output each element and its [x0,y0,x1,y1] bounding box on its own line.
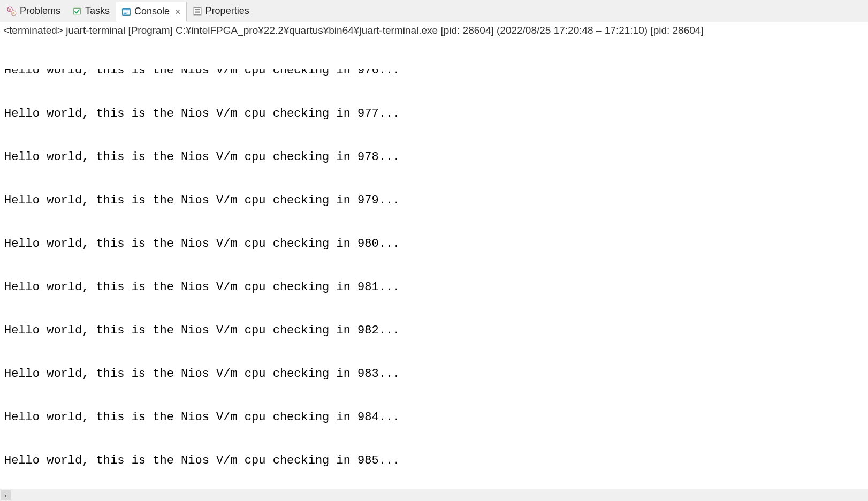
console-line: Hello world, this is the Nios V/m cpu ch… [4,323,864,338]
tab-problems[interactable]: Problems [1,1,66,21]
console-line-partial: Hello world, this is the Nios V/m cpu ch… [4,69,864,78]
scroll-left-arrow-icon[interactable]: ‹ [1,490,11,500]
svg-rect-9 [195,10,200,11]
tab-console-label: Console [134,6,170,17]
console-line: Hello world, this is the Nios V/m cpu ch… [4,150,864,164]
view-tab-bar: Problems Tasks Console × Properties [0,0,868,22]
console-icon [121,7,131,17]
problems-icon [7,6,17,16]
console-line: Hello world, this is the Nios V/m cpu ch… [4,453,864,468]
tab-tasks-label: Tasks [85,5,110,17]
console-status-line: <terminated> juart-terminal [Program] C:… [0,22,868,39]
horizontal-scrollbar[interactable]: ‹ [0,489,868,501]
console-line: Hello world, this is the Nios V/m cpu ch… [4,193,864,208]
console-output[interactable]: Hello world, this is the Nios V/m cpu ch… [0,39,868,489]
svg-rect-10 [195,12,200,13]
console-line: Hello world, this is the Nios V/m cpu ch… [4,237,864,251]
svg-rect-2 [73,8,81,14]
svg-rect-8 [195,9,200,10]
close-tab-icon[interactable]: × [175,7,181,17]
tab-problems-label: Problems [20,5,60,17]
svg-rect-4 [123,8,131,10]
console-line: Hello world, this is the Nios V/m cpu ch… [4,367,864,381]
console-line: Hello world, this is the Nios V/m cpu ch… [4,280,864,294]
tab-tasks[interactable]: Tasks [66,1,116,21]
tasks-icon [72,6,82,16]
tab-properties-label: Properties [205,5,249,17]
properties-icon [193,6,202,16]
console-line: Hello world, this is the Nios V/m cpu ch… [4,410,864,424]
console-line: Hello world, this is the Nios V/m cpu ch… [4,107,864,121]
svg-rect-5 [124,12,128,12]
tab-console[interactable]: Console × [116,2,187,22]
tab-properties[interactable]: Properties [187,1,255,21]
svg-rect-6 [124,13,127,13]
